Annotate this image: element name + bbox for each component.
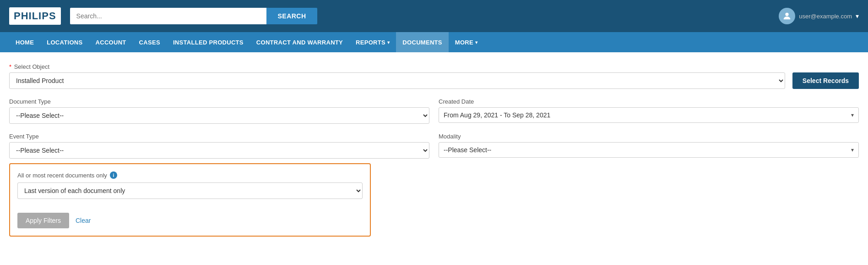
select-records-button[interactable]: Select Records: [792, 72, 859, 89]
search-input[interactable]: [70, 8, 267, 24]
select-object-label: * Select Object: [9, 63, 785, 70]
created-date-label: Created Date: [439, 98, 859, 105]
recent-docs-label: All or most recent documents only: [17, 172, 107, 179]
select-records-area: Select Records: [792, 63, 859, 89]
event-type-label: Event Type: [9, 133, 429, 140]
created-date-dropdown[interactable]: From Aug 29, 2021 - To Sep 28, 2021 ▾: [439, 107, 859, 123]
svg-point-0: [786, 13, 789, 16]
nav-item-home[interactable]: HOME: [9, 32, 40, 52]
created-date-chevron-icon: ▾: [851, 112, 854, 118]
search-bar: SEARCH: [70, 8, 317, 24]
philips-logo: PHILIPS: [9, 7, 61, 25]
top-row: * Select Object Installed Product Select…: [9, 63, 859, 89]
nav-item-contract-warranty[interactable]: CONTRACT AND WARRANTY: [250, 32, 349, 52]
modality-placeholder: --Please Select--: [444, 146, 491, 154]
nav-item-documents[interactable]: DOCUMENTS: [396, 32, 448, 52]
apply-filters-button[interactable]: Apply Filters: [17, 213, 69, 228]
user-name: user@example.com: [799, 13, 852, 20]
user-avatar-icon: [779, 8, 795, 24]
reports-chevron-icon: ▾: [387, 40, 390, 45]
recent-docs-dropdown[interactable]: Last version of each document only: [17, 182, 363, 199]
user-area[interactable]: user@example.com ▾: [779, 8, 859, 24]
event-type-dropdown[interactable]: --Please Select--: [9, 142, 429, 159]
modality-label: Modality: [439, 133, 859, 140]
nav-item-reports[interactable]: REPORTS ▾: [349, 32, 396, 52]
search-button[interactable]: SEARCH: [266, 8, 317, 24]
header: PHILIPS SEARCH user@example.com ▾: [0, 0, 868, 32]
user-chevron-icon: ▾: [856, 12, 859, 20]
recent-docs-label-row: All or most recent documents only i: [17, 171, 363, 179]
main-nav: HOME LOCATIONS ACCOUNT CASES INSTALLED P…: [0, 32, 868, 52]
nav-item-more[interactable]: MORE ▾: [449, 32, 484, 52]
action-buttons: Apply Filters Clear: [17, 206, 363, 228]
document-type-label: Document Type: [9, 98, 429, 105]
nav-item-cases[interactable]: CASES: [133, 32, 167, 52]
modality-dropdown[interactable]: --Please Select-- ▾: [439, 142, 859, 158]
document-type-dropdown[interactable]: --Please Select--: [9, 107, 429, 124]
main-content: * Select Object Installed Product Select…: [0, 52, 868, 248]
nav-item-installed-products[interactable]: INSTALLED PRODUCTS: [167, 32, 250, 52]
more-chevron-icon: ▾: [475, 40, 477, 45]
modality-chevron-icon: ▾: [851, 147, 854, 153]
nav-item-locations[interactable]: LOCATIONS: [40, 32, 89, 52]
filters-grid: Document Type --Please Select-- Created …: [9, 98, 859, 159]
created-date-value: From Aug 29, 2021 - To Sep 28, 2021: [444, 111, 550, 119]
info-icon: i: [110, 171, 117, 179]
document-type-field: Document Type --Please Select--: [9, 98, 429, 124]
nav-item-account[interactable]: ACCOUNT: [89, 32, 133, 52]
modality-field: Modality --Please Select-- ▾: [439, 133, 859, 159]
required-indicator: *: [9, 63, 11, 70]
created-date-field: Created Date From Aug 29, 2021 - To Sep …: [439, 98, 859, 124]
clear-link[interactable]: Clear: [76, 217, 91, 224]
select-object-dropdown[interactable]: Installed Product: [9, 72, 785, 89]
logo-text: PHILIPS: [14, 10, 56, 22]
recent-docs-box: All or most recent documents only i Last…: [9, 163, 371, 237]
event-type-field: Event Type --Please Select--: [9, 133, 429, 159]
select-object-field: * Select Object Installed Product: [9, 63, 785, 89]
